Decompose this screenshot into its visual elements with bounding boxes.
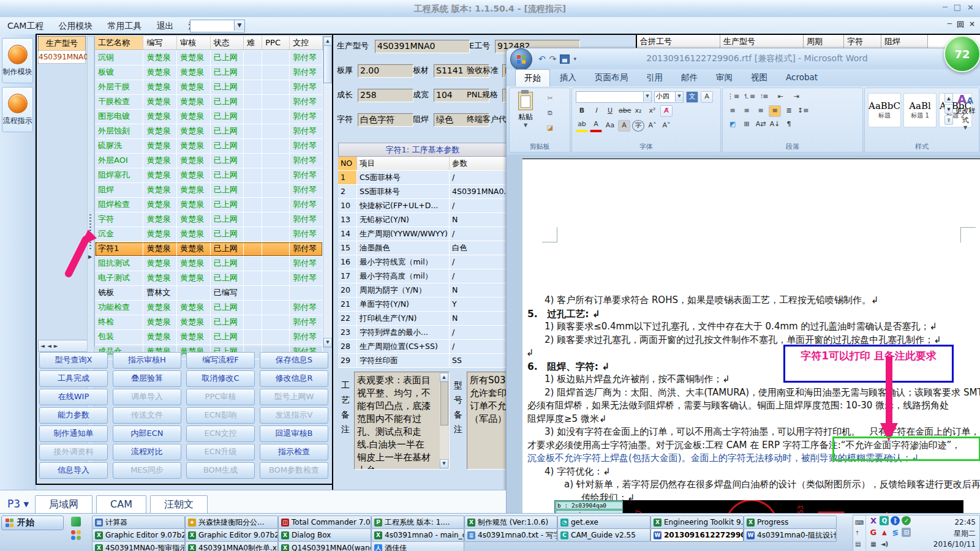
taskbar-button-兴森快捷衡阳分公...[interactable]: ★兴森快捷衡阳分公...	[185, 515, 278, 529]
sort-icon[interactable]: A↓	[769, 119, 781, 130]
superscript-icon[interactable]: x²	[646, 105, 658, 117]
change-case-icon[interactable]: Aa	[604, 120, 616, 132]
tab-Acrobat[interactable]: Acrobat	[777, 69, 826, 86]
table-row[interactable]: 电子测试黄楚泉黄楚泉已上网郭付琴	[95, 271, 323, 286]
action-button-型号查询X[interactable]: 型号查询X	[39, 352, 108, 369]
show-marks-icon[interactable]: ¶	[783, 119, 795, 130]
quick-launch-icon[interactable]	[71, 517, 81, 527]
style-card-标题 1[interactable]: AaBl标题 1	[903, 93, 937, 127]
minimize-icon[interactable]: ─	[943, 2, 948, 12]
action-button-编写流程F[interactable]: 编写流程F	[186, 352, 255, 369]
format-painter-icon[interactable]: ◪	[544, 122, 556, 134]
action-button-制作通知单[interactable]: 制作通知单	[39, 425, 108, 442]
taskbar-button-工程系统 版本: 1....[interactable]: P工程系统 版本: 1....	[371, 515, 464, 529]
table-row[interactable]: 阻抗测试黄楚泉黄楚泉已上网郭付琴	[95, 257, 323, 271]
column-header[interactable]: PPC	[262, 36, 290, 50]
table-row[interactable]: 包装黄楚泉黄楚泉已上网郭付琴	[95, 330, 323, 345]
column-header[interactable]: 文控	[290, 36, 323, 50]
save-icon[interactable]	[560, 54, 570, 64]
tray-g-icon[interactable]: G	[869, 528, 878, 537]
taskbar-button-酒佳佳[interactable]: 人酒佳佳	[371, 541, 464, 551]
column-header[interactable]: NO	[338, 157, 357, 170]
pager-next-icon[interactable]: ►	[54, 343, 58, 349]
align-center-icon[interactable]: ≡	[741, 105, 753, 117]
tray-triangle-icon[interactable]: ▲	[880, 528, 889, 537]
styles-more-icon[interactable]: ⊽	[944, 115, 953, 125]
styles-down-icon[interactable]: ▼	[944, 104, 953, 114]
table-row[interactable]: 外层AOI黄楚泉黄楚泉已上网郭付琴	[95, 154, 323, 168]
start-button[interactable]: 开始	[1, 515, 64, 530]
shading-icon[interactable]: ◩	[726, 119, 739, 130]
taskbar-button-计算器[interactable]: ▦计算器	[92, 515, 185, 529]
table-row[interactable]: 阻焊塞孔黄楚泉黄楚泉已上网郭付琴	[95, 168, 323, 183]
quick-launch-icon[interactable]	[71, 530, 81, 540]
numbering-icon[interactable]: ⒈≡	[742, 91, 755, 103]
bluetooth-icon[interactable]: ᛒ	[891, 516, 900, 525]
justify-icon[interactable]: ≡	[769, 105, 781, 117]
table-row[interactable]: 干膜检查黄楚泉黄楚泉已上网郭付琴	[95, 95, 323, 110]
character-shading-icon[interactable]: A	[618, 120, 630, 132]
tab-插入[interactable]: 插入	[551, 69, 585, 86]
multilevel-list-icon[interactable]: ⁝≡	[758, 91, 771, 103]
table-row[interactable]: 字符1黄楚泉黄楚泉已上网郭付琴	[95, 242, 323, 257]
enclose-characters-icon[interactable]: 字	[632, 120, 644, 132]
distribute-icon[interactable]: ≣	[783, 105, 795, 117]
line-spacing-icon[interactable]: ↕≡	[797, 105, 809, 117]
scroll-down-icon[interactable]: ▼	[440, 459, 448, 468]
menu-item-常用工具[interactable]: 常用工具	[100, 18, 149, 34]
tab-页面布局[interactable]: 页面布局	[586, 69, 636, 86]
style-card-标题[interactable]: AaBbC标题	[868, 93, 901, 127]
form-field-生产型号[interactable]: 4S0391MNA0	[375, 40, 470, 53]
tray-x-icon[interactable]: X	[869, 516, 878, 525]
shield-icon[interactable]: ✓	[902, 516, 911, 525]
table-row[interactable]: 终检黄楚泉黄楚泉已上网郭付琴	[95, 315, 323, 330]
taskbar-button-Graphic Editor 9.07b2 (...[interactable]: XGraphic Editor 9.07b2 (...	[92, 528, 185, 542]
tab-引用[interactable]: 引用	[638, 69, 671, 86]
action-button-叠层验算[interactable]: 叠层验算	[113, 370, 181, 387]
menu-item-退出[interactable]: 退出	[149, 18, 181, 34]
copy-icon[interactable]: ⧉	[544, 108, 556, 119]
tray-flash-icon[interactable]: ≶	[891, 528, 900, 537]
phonetic-guide-icon[interactable]: 文	[686, 91, 698, 103]
chevron-down-icon[interactable]: ▼	[234, 20, 244, 31]
font-name-combo[interactable]: ▼	[576, 91, 652, 103]
strikethrough-icon[interactable]: abe	[618, 105, 630, 117]
change-styles-button[interactable]: AA 更改样式 ▼	[953, 92, 978, 130]
menu-combobox[interactable]: ▼	[190, 20, 245, 32]
decrease-indent-icon[interactable]: ⇤	[774, 91, 786, 103]
action-button-流程对比[interactable]: 流程对比	[113, 444, 181, 460]
column-header[interactable]: 阻焊	[881, 35, 928, 48]
action-button-修改信息R[interactable]: 修改信息R	[260, 370, 328, 387]
workspace-tab-CAM[interactable]: CAM	[96, 495, 146, 514]
table-row[interactable]: 硫脲洗黄楚泉黄楚泉已上网郭付琴	[95, 139, 323, 154]
taskbar-button-4s0391mna0-阻抗设计...[interactable]: W4s0391mna0-阻抗设计...	[744, 528, 837, 542]
bullets-icon[interactable]: ⋮≡	[726, 91, 739, 103]
scroll-up-icon[interactable]: ▲	[323, 37, 332, 46]
column-header[interactable]: 工艺名称	[95, 36, 143, 50]
taskbar-button-4S0391MNA0-预审指示....[interactable]: X4S0391MNA0-预审指示....	[92, 541, 185, 551]
mdi-minimize-icon[interactable]: ─	[948, 20, 952, 30]
action-button-回退审核B[interactable]: 回退审核B	[260, 425, 328, 442]
taskbar-button-CAM_Guide v2.55[interactable]: CCAM_Guide v2.55	[557, 528, 650, 542]
bold-icon[interactable]: B	[576, 105, 588, 117]
taskbar-button-Progress[interactable]: XProgress	[744, 515, 837, 529]
craft-note-scrollbar[interactable]: ▲ ▼	[440, 373, 448, 468]
align-right-icon[interactable]: ≡	[755, 105, 767, 117]
table-row[interactable]: 阻焊黄楚泉黄楚泉已上网郭付琴	[95, 183, 323, 198]
tab-审阅[interactable]: 审阅	[707, 69, 741, 86]
keyboard-icon[interactable]: ⌨	[855, 519, 864, 526]
column-header[interactable]: 生产型号	[720, 35, 804, 48]
action-button-取消修改C[interactable]: 取消修改C	[186, 370, 255, 387]
taskbar-button-Graphic Editor 9.07b2 (...[interactable]: XGraphic Editor 9.07b2 (...	[185, 528, 278, 542]
column-header[interactable]: 周期	[804, 35, 844, 48]
action-button-指示检查[interactable]: 指示检查	[260, 444, 328, 460]
column-header[interactable]: 项目	[357, 157, 450, 170]
shrink-font-icon[interactable]: A˅	[660, 120, 673, 132]
workspace-selector[interactable]: P3 ▾	[7, 498, 29, 510]
accelerator-bubble[interactable]: 72	[944, 36, 980, 72]
table-row[interactable]: 图形电镀黄楚泉黄楚泉已上网郭付琴	[95, 110, 323, 124]
taskbar-button-4s0391mna0.txt - 写字板[interactable]: ≣4s0391mna0.txt - 写字板	[464, 528, 557, 542]
maximize-icon[interactable]: □	[954, 2, 961, 12]
borders-icon[interactable]: ⊞	[741, 119, 753, 130]
action-button-信息导入[interactable]: 信息导入	[39, 462, 108, 479]
